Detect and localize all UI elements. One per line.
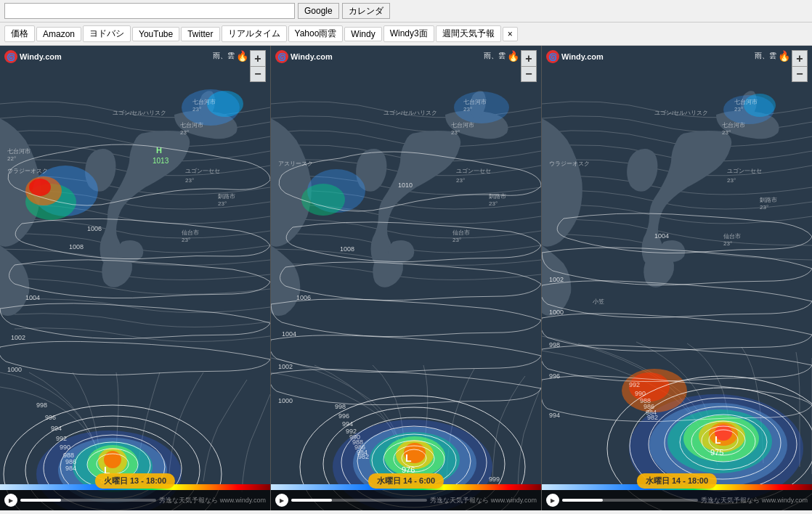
- svg-text:23°: 23°: [723, 240, 732, 247]
- play-button-2[interactable]: ▶: [275, 494, 288, 507]
- svg-text:アスリースク: アスリースク: [278, 160, 313, 167]
- windy-icon-2: 🌀: [275, 50, 288, 63]
- weather-label-2: 雨、雲: [484, 51, 506, 61]
- svg-text:小笠: 小笠: [593, 298, 604, 305]
- play-button-3[interactable]: ▶: [546, 494, 559, 507]
- windy-icon-3: 🌀: [546, 50, 559, 63]
- google-search-button[interactable]: Google: [298, 3, 339, 19]
- zoom-in-button-1[interactable]: +: [250, 50, 266, 66]
- svg-text:ユゴン一セセ: ユゴン一セセ: [456, 168, 491, 174]
- calendar-button[interactable]: カレンダ: [342, 3, 390, 19]
- progress-bar-1[interactable]: [20, 499, 156, 502]
- svg-text:釧路市: 釧路市: [489, 193, 506, 200]
- svg-text:釧路市: 釧路市: [218, 193, 235, 200]
- svg-text:23°: 23°: [760, 204, 768, 211]
- svg-text:L: L: [405, 452, 412, 464]
- play-button-1[interactable]: ▶: [4, 494, 17, 507]
- svg-text:1002: 1002: [11, 334, 25, 341]
- svg-text:998: 998: [335, 403, 346, 410]
- svg-text:1008: 1008: [340, 245, 354, 253]
- svg-text:982: 982: [647, 414, 658, 421]
- svg-text:23°: 23°: [489, 200, 498, 207]
- windy-logo-1: 🌀 Windy.com: [4, 50, 62, 63]
- svg-text:22°: 22°: [7, 155, 16, 162]
- progress-bar-2[interactable]: [291, 499, 427, 502]
- svg-text:七台河市: 七台河市: [180, 122, 203, 128]
- svg-text:ユゴン一セセ: ユゴン一セセ: [727, 168, 762, 174]
- zoom-controls-2: + −: [521, 50, 537, 82]
- svg-text:1008: 1008: [69, 243, 84, 250]
- svg-text:23°: 23°: [451, 129, 460, 136]
- svg-text:1010: 1010: [398, 181, 413, 189]
- svg-text:992: 992: [56, 435, 67, 442]
- maps-container: H 1013 1006 1008 1004 1002 1000: [0, 46, 812, 510]
- footer-text-1: 秀逸な天気予報なら www.windy.com: [159, 496, 266, 505]
- playback-bar-2: ▶ 秀逸な天気予報なら www.windy.com: [271, 490, 541, 510]
- fire-icon-3: 🔥: [778, 50, 790, 62]
- bookmark-youtube[interactable]: YouTube: [132, 27, 179, 41]
- svg-text:ユゴン一セセ: ユゴン一セセ: [185, 168, 220, 174]
- weather-badge-1: 雨、雲 🔥: [213, 50, 248, 62]
- svg-text:992: 992: [629, 381, 640, 388]
- bookmark-windy3[interactable]: Windy3面: [383, 25, 434, 42]
- zoom-out-button-2[interactable]: −: [521, 66, 537, 82]
- windy-text-3: Windy.com: [561, 52, 604, 61]
- zoom-in-button-2[interactable]: +: [521, 50, 537, 66]
- svg-text:23°: 23°: [192, 106, 201, 113]
- search-input[interactable]: [4, 3, 295, 19]
- svg-text:ユゴン/セルハリスク: ユゴン/セルハリスク: [654, 110, 708, 116]
- playback-bar-3: ▶ 秀逸な天気予報なら www.windy.com: [542, 490, 812, 510]
- svg-text:L: L: [715, 434, 721, 446]
- svg-text:984: 984: [65, 465, 76, 472]
- svg-point-101: [744, 94, 776, 117]
- svg-text:994: 994: [549, 412, 560, 419]
- bookmark-kakaku[interactable]: 価格: [4, 25, 35, 42]
- windy-text-2: Windy.com: [291, 52, 333, 61]
- bookmark-amazon[interactable]: Amazon: [36, 27, 81, 41]
- svg-text:23°: 23°: [734, 106, 743, 113]
- windy-text-1: Windy.com: [20, 52, 62, 61]
- svg-text:仙台市: 仙台市: [452, 229, 470, 236]
- svg-text:975: 975: [710, 448, 723, 457]
- svg-text:999: 999: [489, 476, 500, 483]
- timestamp-2: 水曜日 14 - 6:00: [368, 473, 444, 489]
- bookmark-windy[interactable]: Windy: [344, 27, 381, 41]
- svg-point-4: [29, 179, 51, 196]
- svg-text:仙台市: 仙台市: [723, 233, 741, 240]
- svg-text:七台河市: 七台河市: [451, 122, 474, 128]
- svg-text:23°: 23°: [218, 200, 227, 207]
- bookmark-close[interactable]: ×: [503, 27, 518, 41]
- svg-text:1004: 1004: [654, 232, 669, 240]
- svg-text:996: 996: [45, 414, 56, 421]
- zoom-in-button-3[interactable]: +: [792, 50, 808, 66]
- bookmark-twitter[interactable]: Twitter: [181, 27, 219, 41]
- svg-text:ユゴン/セルハリスク: ユゴン/セルハリスク: [113, 110, 166, 116]
- svg-text:990: 990: [60, 444, 70, 451]
- zoom-out-button-3[interactable]: −: [792, 66, 808, 82]
- playback-bar-1: ▶ 秀逸な天気予報なら www.windy.com: [0, 490, 270, 510]
- progress-fill-3: [562, 499, 603, 502]
- svg-text:1004: 1004: [25, 294, 40, 301]
- weather-label-1: 雨、雲: [213, 51, 235, 61]
- fire-icon-2: 🔥: [507, 50, 519, 62]
- svg-text:23°: 23°: [185, 177, 194, 184]
- weather-badge-3: 雨、雲 🔥: [755, 50, 790, 62]
- weather-map-3: 1004 1002 1000 998 996 994: [542, 46, 812, 510]
- progress-fill-2: [291, 499, 332, 502]
- svg-text:994: 994: [51, 425, 62, 432]
- svg-text:1002: 1002: [278, 363, 293, 370]
- bookmark-realtime[interactable]: リアルタイム: [222, 25, 287, 42]
- bookmark-yahoo-rain[interactable]: Yahoo雨雲: [288, 25, 344, 42]
- progress-fill-1: [20, 499, 61, 502]
- svg-text:ウラジーオスク: ウラジーオスク: [7, 168, 48, 174]
- svg-text:994: 994: [342, 420, 353, 428]
- bookmark-yodobashi[interactable]: ヨドバシ: [83, 25, 131, 42]
- zoom-out-button-1[interactable]: −: [250, 66, 266, 82]
- svg-text:七台河市: 七台河市: [192, 99, 216, 105]
- svg-text:1006: 1006: [87, 225, 102, 232]
- bookmark-weekly[interactable]: 週間天気予報: [436, 25, 501, 42]
- bookmark-bar: 価格 Amazon ヨドバシ YouTube Twitter リアルタイム Ya…: [0, 23, 812, 46]
- progress-bar-3[interactable]: [562, 499, 698, 502]
- svg-text:七台河市: 七台河市: [463, 99, 487, 105]
- weather-label-3: 雨、雲: [755, 51, 776, 61]
